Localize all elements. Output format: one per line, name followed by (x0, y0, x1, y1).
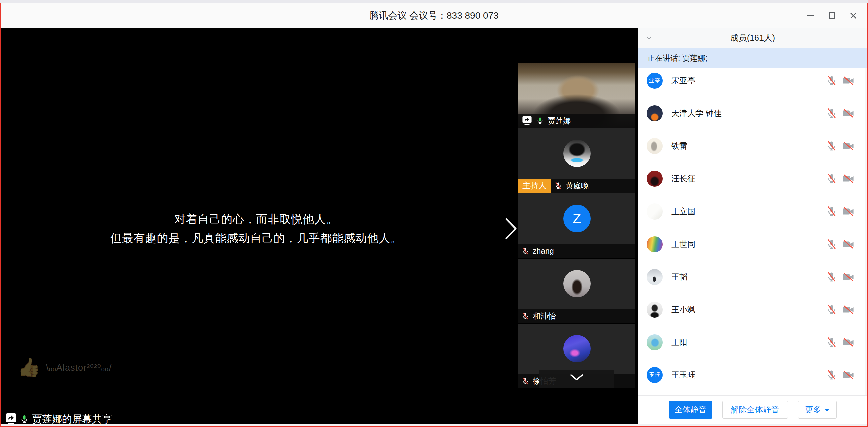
mic-muted-icon[interactable] (826, 173, 837, 185)
mic-on-icon (536, 116, 544, 125)
member-name: 铁雷 (671, 141, 687, 152)
screen-share-icon (523, 116, 532, 126)
member-row[interactable]: 王小飒 (638, 293, 867, 326)
mic-muted-icon[interactable] (826, 75, 837, 87)
window-bottom-strip (1, 424, 867, 426)
host-badge: 主持人 (518, 179, 551, 193)
titlebar: 腾讯会议 会议号：833 890 073 (1, 3, 867, 28)
camera-off-icon[interactable] (841, 108, 855, 119)
more-button[interactable]: 更多 (798, 401, 837, 419)
speaking-banner: 正在讲话: 贾莲娜; (638, 48, 867, 68)
watermark: \ₒₒAlastor²⁰²⁰ₒₒ/ (46, 362, 112, 373)
video-tile-host[interactable]: 主持人 黄庭晚 (518, 128, 635, 193)
member-row[interactable]: 王立国 (638, 195, 867, 228)
screen-share-status-text: 贾莲娜的屏幕共享 (32, 412, 112, 424)
mic-muted-icon[interactable] (826, 238, 837, 250)
mic-muted-icon[interactable] (826, 140, 837, 152)
avatar (647, 105, 663, 122)
unmute-all-button[interactable]: 解除全体静音 (722, 401, 788, 419)
avatar-initial-text: 亚亭 (649, 77, 660, 85)
slide-quote-line1: 对着自己的心，而非取悦他人。 (1, 209, 512, 229)
dropdown-caret-icon (825, 409, 829, 412)
collapse-strip-button[interactable] (539, 370, 614, 388)
member-row[interactable]: 天津大学 钟佳 (638, 97, 867, 130)
mic-muted-icon[interactable] (826, 108, 837, 119)
camera-off-icon[interactable] (841, 238, 855, 250)
mic-muted-icon[interactable] (826, 206, 837, 217)
camera-off-icon[interactable] (841, 337, 855, 348)
member-row[interactable]: 汪长征 (638, 162, 867, 195)
maximize-button[interactable] (823, 6, 841, 25)
camera-off-icon[interactable] (841, 140, 855, 152)
members-footer: 全体静音 解除全体静音 更多 (638, 396, 867, 424)
minimize-icon (807, 15, 814, 16)
avatar: 亚亭 (647, 73, 663, 89)
mic-muted-icon[interactable] (826, 304, 837, 315)
member-row[interactable]: 铁雷 (638, 130, 867, 162)
close-icon (849, 12, 857, 20)
thumbs-up-sticker: 👍 (18, 356, 41, 378)
mic-muted-icon[interactable] (826, 271, 837, 283)
member-name: 汪长征 (671, 173, 695, 184)
avatar (647, 171, 663, 187)
avatar-initial-text: Z (572, 210, 581, 227)
tile-namebar: 主持人 黄庭晚 (518, 179, 635, 193)
members-panel-header: 成员(161人) (638, 28, 867, 48)
video-tile[interactable]: 徐怡芳 (518, 324, 635, 388)
close-button[interactable] (844, 6, 863, 25)
minimize-button[interactable] (801, 6, 820, 25)
unmute-all-label: 解除全体静音 (731, 404, 779, 415)
member-row[interactable]: 王世同 (638, 228, 867, 261)
mic-muted-icon (522, 246, 529, 256)
member-name: 王立国 (671, 206, 695, 217)
member-list: 亚亭 宋亚亭 天津大学 钟佳 铁雷 (638, 68, 867, 395)
screen-share-icon (5, 413, 17, 424)
chevron-down-icon (569, 374, 584, 381)
member-row[interactable]: 亚亭 宋亚亭 (638, 68, 867, 97)
mic-muted-icon[interactable] (826, 337, 837, 348)
mic-muted-icon[interactable] (826, 369, 837, 381)
tile-namebar: zhang (518, 244, 635, 258)
member-name: 宋亚亭 (671, 75, 695, 86)
next-slide-arrow[interactable] (505, 218, 518, 241)
window-title: 腾讯会议 会议号：833 890 073 (369, 3, 499, 28)
avatar (647, 138, 663, 154)
slide-quote-line2: 但最有趣的是，凡真能感动自己的，几乎都能感动他人。 (1, 229, 512, 248)
more-label: 更多 (805, 404, 821, 415)
chevron-down-icon (645, 33, 653, 42)
avatar-initial: Z (563, 205, 591, 232)
video-tile[interactable]: Z zhang (518, 194, 635, 258)
maximize-icon (829, 12, 835, 19)
member-name: 王阳 (671, 337, 687, 348)
avatar (647, 302, 663, 318)
window-controls (801, 3, 863, 28)
participant-name: 黄庭晚 (565, 181, 589, 191)
avatar (647, 203, 663, 220)
member-row[interactable]: 王阳 (638, 326, 867, 359)
avatar (647, 236, 663, 252)
camera-off-icon[interactable] (841, 271, 855, 283)
video-tile-speaker[interactable]: 贾莲娜 (518, 63, 635, 128)
mute-all-label: 全体静音 (675, 404, 707, 415)
mic-muted-icon (554, 181, 562, 191)
slide-quote: 对着自己的心，而非取悦他人。 但最有趣的是，凡真能感动自己的，几乎都能感动他人。 (1, 209, 512, 248)
members-scrollbar[interactable] (865, 68, 867, 395)
meeting-window: 腾讯会议 会议号：833 890 073 对着自己的心，而非取悦他人。 但最有趣… (0, 3, 868, 427)
camera-off-icon[interactable] (841, 75, 855, 87)
camera-off-icon[interactable] (841, 173, 855, 185)
member-name: 王世同 (671, 239, 695, 250)
camera-off-icon[interactable] (841, 369, 855, 381)
participant-name: 和沛怡 (533, 311, 556, 321)
member-row[interactable]: 玉珏 王玉珏 (638, 359, 867, 391)
mic-on-icon (20, 414, 29, 424)
member-name: 天津大学 钟佳 (671, 108, 722, 119)
member-name: 王玉珏 (671, 370, 695, 380)
avatar (647, 269, 663, 285)
mute-all-button[interactable]: 全体静音 (669, 401, 712, 419)
camera-off-icon[interactable] (841, 206, 855, 217)
panel-collapse-button[interactable] (645, 33, 653, 43)
member-row[interactable]: 王韬 (638, 261, 867, 293)
camera-off-icon[interactable] (841, 304, 855, 315)
video-tile[interactable]: 和沛怡 (518, 259, 635, 323)
shared-screen-area: 对着自己的心，而非取悦他人。 但最有趣的是，凡真能感动自己的，几乎都能感动他人。… (1, 28, 638, 424)
